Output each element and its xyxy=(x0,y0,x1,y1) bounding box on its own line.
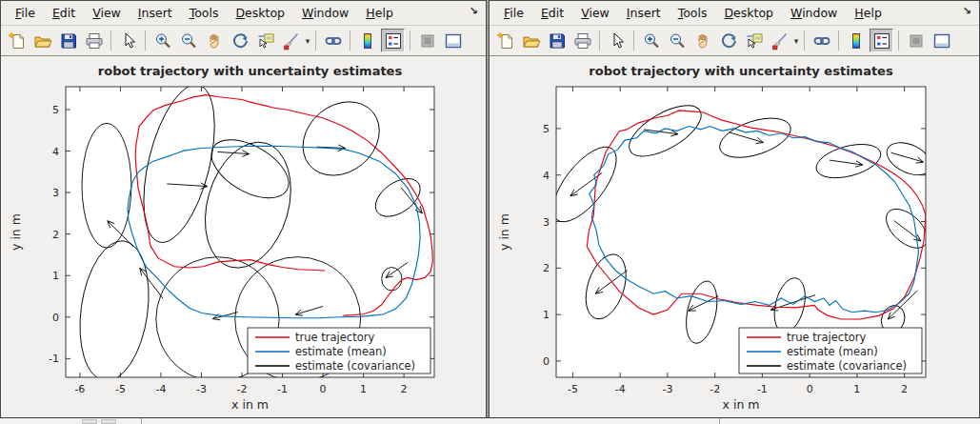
x-axis-label: x in m xyxy=(723,397,760,412)
show-plot-tools-icon[interactable] xyxy=(930,29,953,52)
legend-entry: true trajectory xyxy=(295,331,374,344)
background-widget xyxy=(101,419,116,424)
figure-canvas[interactable]: robot trajectory with uncertainty estima… xyxy=(1,56,486,419)
brush-icon[interactable] xyxy=(768,29,791,52)
x-tick-label: 1 xyxy=(853,383,860,395)
menu-edit[interactable]: Edit xyxy=(44,3,84,23)
plot[interactable]: robot trajectory with uncertainty estima… xyxy=(1,56,486,419)
pointer-icon[interactable] xyxy=(116,29,140,52)
background-widget xyxy=(82,419,97,424)
brush-dropdown-caret[interactable]: ▾ xyxy=(304,36,311,46)
y-tick-label: 0 xyxy=(543,355,550,368)
menu-insert[interactable]: Insert xyxy=(618,3,670,23)
figure-window-left: FileEditViewInsertToolsDesktopWindowHelp… xyxy=(0,0,487,417)
print-icon[interactable] xyxy=(82,29,106,52)
menu-file[interactable]: File xyxy=(7,3,44,23)
menu-view[interactable]: View xyxy=(84,3,130,23)
plot-title: robot trajectory with uncertainty estima… xyxy=(98,64,403,78)
zoom-in-icon[interactable] xyxy=(150,29,174,52)
dock-figure-icon[interactable]: ↘ xyxy=(470,5,478,17)
rotate-3d-icon[interactable] xyxy=(228,29,251,52)
plot-title: robot trajectory with uncertainty estima… xyxy=(589,64,893,78)
data-cursor-icon[interactable] xyxy=(742,29,766,52)
link-plots-icon[interactable] xyxy=(321,29,345,52)
menu-help[interactable]: Help xyxy=(357,3,402,23)
menu-desktop[interactable]: Desktop xyxy=(227,3,293,23)
insert-colorbar-icon[interactable] xyxy=(844,29,868,52)
menu-desktop[interactable]: Desktop xyxy=(715,3,782,23)
link-plots-icon[interactable] xyxy=(810,29,833,52)
hide-plot-tools-icon[interactable] xyxy=(904,29,928,52)
background-divider xyxy=(719,418,720,424)
insert-legend-icon[interactable] xyxy=(381,29,405,52)
x-tick-label: -6 xyxy=(74,383,85,395)
new-document-icon[interactable] xyxy=(493,29,517,52)
toolbar-separator xyxy=(315,30,316,50)
menubar: FileEditViewInsertToolsDesktopWindowHelp… xyxy=(1,1,486,26)
hide-plot-tools-icon[interactable] xyxy=(415,29,439,52)
x-tick-label: 0 xyxy=(320,383,327,395)
y-tick-label: 1 xyxy=(52,270,59,282)
zoom-out-icon[interactable] xyxy=(665,29,689,52)
save-icon[interactable] xyxy=(56,29,80,52)
x-tick-label: -3 xyxy=(662,383,672,395)
save-icon[interactable] xyxy=(545,29,569,52)
menu-edit[interactable]: Edit xyxy=(532,3,572,23)
x-tick-label: -2 xyxy=(710,383,720,395)
legend[interactable]: true trajectoryestimate (mean)estimate (… xyxy=(739,328,922,374)
menu-insert[interactable]: Insert xyxy=(130,3,181,23)
x-tick-label: -4 xyxy=(615,383,626,395)
insert-colorbar-icon[interactable] xyxy=(355,29,379,52)
menu-help[interactable]: Help xyxy=(846,3,890,23)
new-document-icon[interactable] xyxy=(5,29,29,52)
pan-hand-icon[interactable] xyxy=(202,29,226,52)
rotate-3d-icon[interactable] xyxy=(716,29,740,52)
y-axis-label: y in m xyxy=(9,213,23,251)
y-axis-label: y in m xyxy=(497,213,511,251)
toolbar-separator xyxy=(410,30,410,50)
brush-dropdown-caret[interactable]: ▾ xyxy=(792,36,800,46)
menu-window[interactable]: Window xyxy=(293,3,357,23)
y-tick-label: 3 xyxy=(543,216,550,229)
figure-canvas[interactable]: robot trajectory with uncertainty estima… xyxy=(490,56,979,419)
x-tick-label: 0 xyxy=(807,383,813,395)
x-tick-label: -5 xyxy=(568,383,578,395)
x-tick-label: -4 xyxy=(155,383,166,395)
brush-icon[interactable] xyxy=(279,29,303,52)
x-tick-label: 2 xyxy=(901,383,908,395)
zoom-in-icon[interactable] xyxy=(639,29,663,52)
show-plot-tools-icon[interactable] xyxy=(441,29,465,52)
toolbar-separator xyxy=(898,30,899,50)
y-tick-label: 0 xyxy=(52,312,59,324)
menubar: FileEditViewInsertToolsDesktopWindowHelp… xyxy=(490,1,979,26)
toolbar-separator xyxy=(804,30,805,50)
figure-window-right: FileEditViewInsertToolsDesktopWindowHelp… xyxy=(489,0,980,417)
y-tick-label: 5 xyxy=(543,123,550,135)
toolbar-separator xyxy=(599,30,600,50)
pan-hand-icon[interactable] xyxy=(690,29,714,52)
background-window-sliver xyxy=(0,417,980,424)
y-tick-label: 5 xyxy=(52,104,59,116)
print-icon[interactable] xyxy=(570,29,594,52)
x-tick-label: -1 xyxy=(277,383,288,395)
pointer-icon[interactable] xyxy=(605,29,629,52)
y-tick-label: 1 xyxy=(543,309,550,321)
toolbar-separator xyxy=(350,30,350,50)
menu-file[interactable]: File xyxy=(495,3,532,23)
insert-legend-icon[interactable] xyxy=(870,29,893,52)
open-folder-icon[interactable] xyxy=(519,29,543,52)
zoom-out-icon[interactable] xyxy=(176,29,200,52)
menu-tools[interactable]: Tools xyxy=(670,3,716,23)
x-tick-label: 1 xyxy=(360,383,367,395)
x-tick-label: -3 xyxy=(196,383,207,395)
dock-figure-icon[interactable]: ↘ xyxy=(963,5,971,17)
plot[interactable]: robot trajectory with uncertainty estima… xyxy=(490,56,979,419)
toolbar-separator xyxy=(633,30,634,50)
data-cursor-icon[interactable] xyxy=(253,29,277,52)
menu-view[interactable]: View xyxy=(572,3,618,23)
menu-tools[interactable]: Tools xyxy=(181,3,228,23)
menu-window[interactable]: Window xyxy=(782,3,846,23)
y-tick-label: 2 xyxy=(52,229,59,241)
open-folder-icon[interactable] xyxy=(30,29,54,52)
legend[interactable]: true trajectoryestimate (mean)estimate (… xyxy=(248,328,430,374)
